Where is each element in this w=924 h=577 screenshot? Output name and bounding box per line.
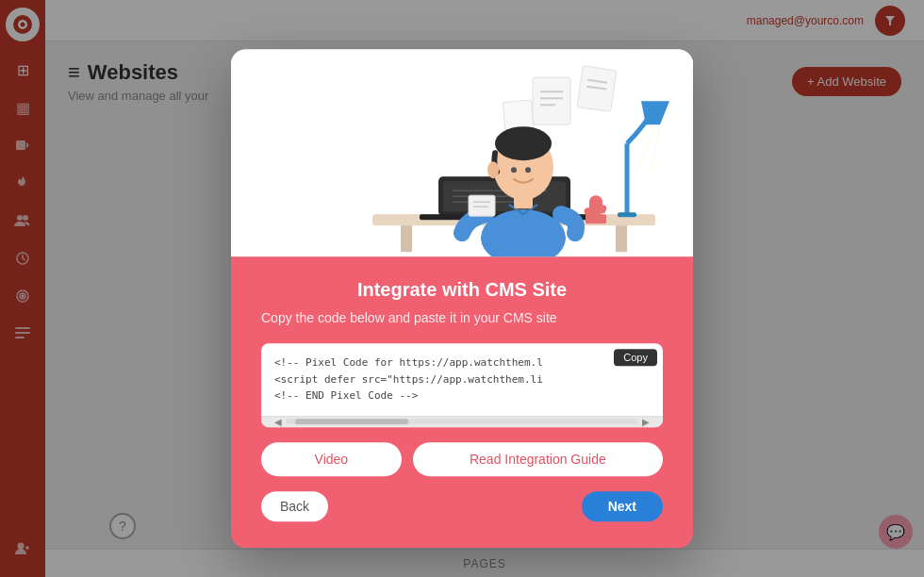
svg-rect-26 (401, 225, 412, 252)
code-scrollbar[interactable]: ◀ ▶ (261, 416, 663, 427)
code-block: Copy <!-- Pixel Code for https://app.wat… (261, 343, 663, 427)
scroll-right-arrow[interactable]: ▶ (642, 417, 650, 427)
integration-guide-button[interactable]: Read Integration Guide (413, 442, 663, 476)
copy-code-button[interactable]: Copy (614, 349, 657, 366)
modal-actions: Video Read Integration Guide (261, 442, 663, 476)
scroll-track (286, 419, 638, 424)
code-content: <!-- Pixel Code for https://app.watchthe… (261, 343, 663, 416)
svg-rect-17 (533, 77, 570, 124)
modal-body: Integrate with CMS Site Copy the code be… (231, 256, 693, 548)
scroll-thumb (295, 419, 408, 424)
svg-rect-27 (616, 225, 627, 252)
svg-rect-50 (469, 195, 495, 216)
scroll-left-arrow[interactable]: ◀ (274, 417, 282, 427)
back-button[interactable]: Back (261, 491, 328, 521)
modal-navigation: Back Next (261, 491, 663, 521)
svg-rect-40 (514, 195, 533, 208)
svg-rect-49 (586, 214, 606, 223)
svg-point-39 (487, 161, 499, 178)
next-button[interactable]: Next (582, 491, 663, 521)
code-line-1: <!-- Pixel Code for https://app.watchthe… (274, 354, 650, 371)
code-line-3: <!-- END Pixel Code --> (274, 387, 650, 404)
modal-illustration (231, 49, 693, 256)
modal-title: Integrate with CMS Site (261, 279, 663, 301)
modal-subtitle: Copy the code below and paste it in your… (261, 308, 663, 328)
integration-modal: Integrate with CMS Site Copy the code be… (231, 49, 693, 548)
code-line-2: <script defer src="https://app.watchthem… (274, 371, 650, 388)
svg-rect-45 (618, 212, 636, 217)
video-button[interactable]: Video (261, 442, 402, 476)
svg-point-38 (525, 167, 531, 173)
svg-point-37 (511, 167, 517, 173)
